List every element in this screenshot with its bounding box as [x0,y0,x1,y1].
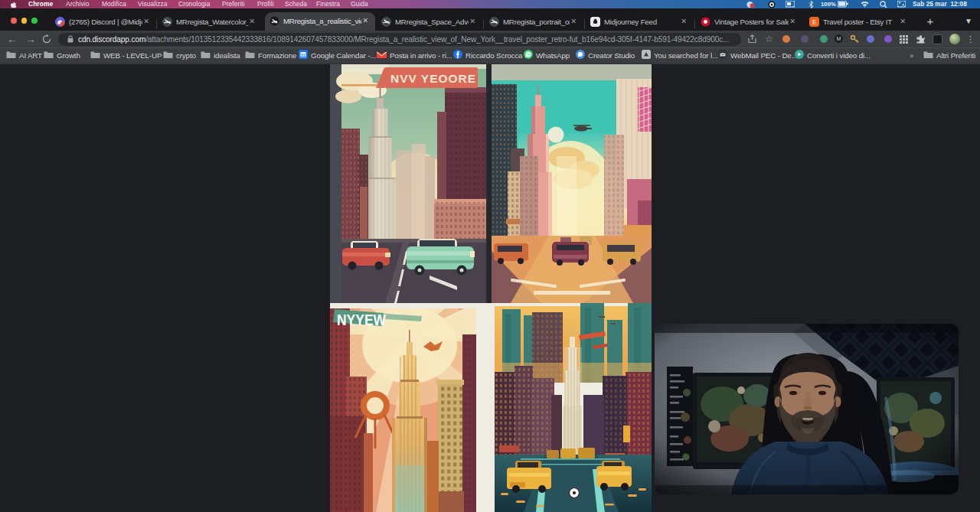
svg-text:E: E [812,18,817,26]
svg-text:NYYEW: NYYEW [337,311,387,328]
svg-text:NVV YEOORE: NVV YEOORE [390,73,476,85]
svg-text:31: 31 [301,53,305,57]
